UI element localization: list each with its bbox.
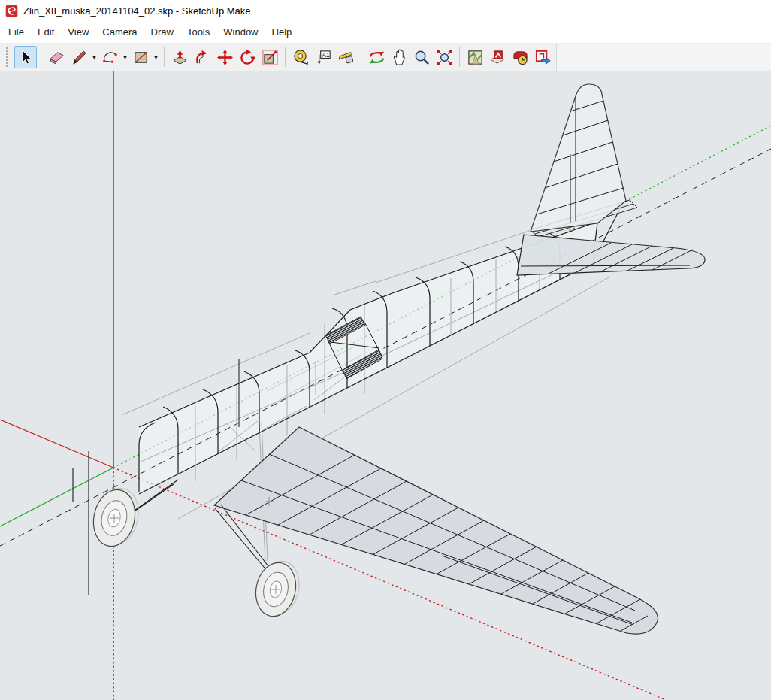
toolbar-separator — [164, 47, 165, 67]
toolbar-drag-handle[interactable] — [6, 47, 11, 67]
left-wheel — [89, 483, 144, 550]
window-title: Zlin_XII_muska_20141104_02.skp - SketchU… — [23, 5, 251, 17]
toolbar-empty-area — [557, 44, 771, 71]
eraser-tool[interactable] — [45, 46, 68, 68]
follow-me-icon — [194, 49, 211, 66]
move-tool[interactable] — [213, 46, 236, 68]
red-axis-solid — [0, 420, 113, 468]
toolbar-separator — [361, 47, 361, 67]
chevron-down-icon: ▼ — [92, 54, 98, 61]
rectangle-icon — [132, 49, 150, 66]
right-wheel — [251, 556, 304, 620]
toolbar-separator — [285, 47, 286, 67]
airplane-wireframe-drawing — [0, 71, 771, 700]
sketchup-logo-icon — [5, 5, 18, 17]
line-tool[interactable] — [68, 46, 90, 68]
pan-tool[interactable] — [388, 46, 410, 68]
vertical-fin — [531, 84, 626, 232]
eraser-icon — [48, 49, 65, 66]
line-tool-dropdown[interactable]: ▼ — [90, 47, 98, 68]
zoom-extents-tool[interactable] — [433, 46, 455, 68]
menu-item-camera[interactable]: Camera — [95, 23, 144, 41]
zoom-extents-icon — [436, 49, 453, 66]
tape-measure-icon — [292, 49, 310, 66]
push-pull-icon — [171, 49, 189, 66]
tape-measure-tool[interactable] — [289, 46, 312, 68]
paint-bucket-icon — [337, 49, 355, 66]
menu-item-tools[interactable]: Tools — [180, 23, 216, 41]
pencil-icon — [71, 49, 88, 66]
tail-empennage — [517, 84, 705, 275]
toolbar-separator — [459, 47, 460, 67]
toolbar-separator — [41, 47, 41, 67]
propeller-lines — [73, 451, 89, 595]
menu-bar: File Edit View Camera Draw Tools Window … — [0, 21, 771, 44]
get-models-icon — [512, 49, 529, 66]
menu-item-draw[interactable]: Draw — [144, 23, 180, 41]
menu-item-window[interactable]: Window — [216, 23, 265, 41]
push-pull-tool[interactable] — [168, 46, 191, 68]
rectangle-tool[interactable] — [129, 46, 152, 68]
3d-warehouse-tool[interactable] — [486, 46, 509, 68]
chevron-down-icon: ▼ — [122, 54, 128, 61]
move-icon — [216, 49, 234, 66]
title-bar: Zlin_XII_muska_20141104_02.skp - SketchU… — [0, 0, 771, 21]
3d-warehouse-icon — [489, 49, 506, 66]
arc-tool[interactable] — [98, 46, 121, 68]
add-location-tool[interactable] — [464, 46, 486, 68]
rotate-tool[interactable] — [236, 46, 259, 68]
follow-me-tool[interactable] — [191, 46, 213, 68]
orbit-icon — [368, 49, 386, 66]
zoom-tool[interactable] — [410, 46, 433, 68]
scale-icon — [262, 49, 279, 66]
scale-tool[interactable] — [259, 46, 281, 68]
text-icon: A1 — [315, 49, 332, 66]
add-location-map-icon — [467, 49, 484, 66]
arc-tool-dropdown[interactable]: ▼ — [121, 47, 129, 68]
orbit-tool[interactable] — [365, 46, 388, 68]
model-viewport[interactable] — [0, 71, 771, 700]
select-arrow-icon — [17, 49, 35, 66]
select-tool[interactable] — [14, 46, 37, 68]
menu-item-edit[interactable]: Edit — [31, 23, 61, 41]
rectangle-tool-dropdown[interactable]: ▼ — [152, 47, 160, 68]
share-model-icon — [534, 49, 552, 66]
zoom-magnifier-icon — [413, 49, 431, 66]
chevron-down-icon: ▼ — [153, 54, 159, 61]
menu-item-help[interactable]: Help — [265, 23, 299, 41]
arc-icon — [101, 49, 119, 66]
rotate-icon — [239, 49, 256, 66]
drawing-axes — [0, 71, 771, 700]
paint-bucket-tool[interactable] — [334, 46, 357, 68]
get-models-tool[interactable] — [509, 46, 531, 68]
svg-text:A1: A1 — [322, 52, 329, 59]
pan-hand-icon — [391, 49, 408, 66]
sketchup-window: { "window": { "title": "Zlin_XII_muska_2… — [0, 0, 771, 700]
menu-item-file[interactable]: File — [2, 23, 31, 41]
text-tool[interactable]: A1 — [312, 46, 334, 68]
toolbar: ▼ ▼ ▼ — [0, 44, 771, 71]
share-model-tool[interactable] — [531, 46, 554, 68]
menu-item-view[interactable]: View — [61, 23, 95, 41]
